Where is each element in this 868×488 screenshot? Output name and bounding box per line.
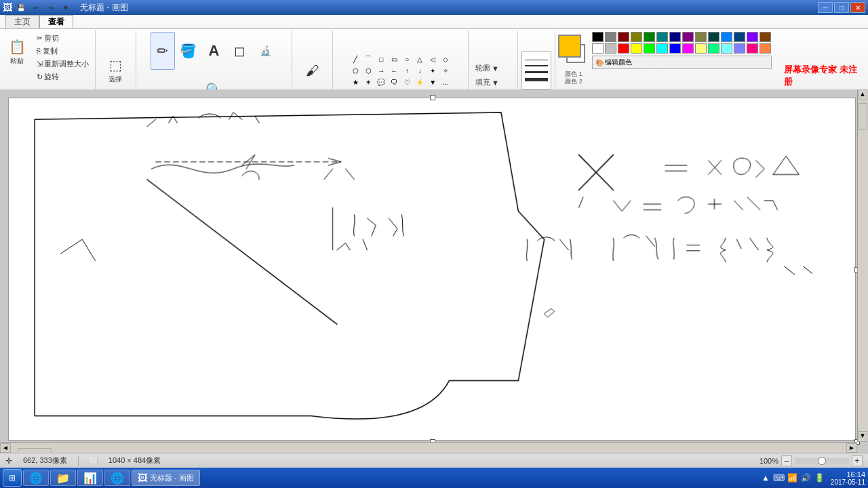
shape-uarrow[interactable]: ↑: [401, 65, 413, 76]
color-swatch-13[interactable]: [760, 32, 771, 42]
pencil-button[interactable]: ✏: [151, 32, 175, 70]
color-swatch-25[interactable]: [734, 43, 745, 54]
color-swatch-16[interactable]: [618, 43, 629, 54]
color-swatch-14[interactable]: [592, 43, 604, 54]
fill-button[interactable]: 🪣: [176, 32, 201, 70]
vscroll-down[interactable]: ▼: [858, 431, 867, 442]
brush-button[interactable]: 🖌: [298, 50, 328, 91]
minimize-button[interactable]: ─: [818, 2, 833, 13]
tab-view[interactable]: 查看: [39, 15, 73, 28]
color-swatch-11[interactable]: [734, 32, 745, 42]
outline-button[interactable]: 轮廓 ▼: [472, 62, 514, 75]
paste-button[interactable]: 📋 粘贴: [2, 32, 32, 73]
quick-redo[interactable]: ↪: [45, 1, 57, 14]
drawing-canvas[interactable]: [8, 98, 856, 441]
shape-rect[interactable]: □: [375, 54, 387, 64]
color-swatch-21[interactable]: [682, 43, 694, 54]
shape-lightning[interactable]: ⚡: [414, 77, 426, 87]
color-swatch-17[interactable]: [631, 43, 642, 54]
text-button[interactable]: A: [202, 32, 226, 70]
shape-rarrow[interactable]: →: [375, 65, 387, 76]
cut-button[interactable]: ✂ 剪切: [33, 32, 92, 44]
size-1px[interactable]: [525, 60, 548, 60]
shape-more[interactable]: ▼: [427, 77, 439, 87]
zoom-slider[interactable]: [795, 458, 849, 464]
rotate-button[interactable]: ↻ 旋转: [33, 70, 92, 83]
zoom-thumb[interactable]: [818, 457, 826, 465]
taskbar-folder[interactable]: 📁: [50, 470, 76, 486]
quick-dropdown[interactable]: ▼: [60, 1, 72, 14]
start-button[interactable]: ⊞: [3, 469, 22, 487]
color-swatch-22[interactable]: [695, 43, 707, 54]
zoom-out-button[interactable]: –: [781, 455, 792, 466]
color-swatch-0[interactable]: [592, 32, 604, 42]
taskbar-paint[interactable]: 🖼 无标题 - 画图: [132, 470, 200, 486]
fill-dropdown-button[interactable]: 填充 ▼: [472, 77, 514, 89]
color-swatch-24[interactable]: [721, 43, 732, 54]
color-swatch-7[interactable]: [682, 32, 694, 42]
shape-star4[interactable]: ✧: [439, 65, 452, 76]
color-swatch-8[interactable]: [695, 32, 707, 42]
shape-diamond[interactable]: ◇: [439, 54, 452, 64]
tray-datetime[interactable]: 16:14 2017-05-11: [831, 470, 865, 486]
shape-pentagon[interactable]: ⬠: [349, 65, 361, 76]
shape-ellipse[interactable]: ○: [401, 54, 413, 64]
tray-volume[interactable]: 🔊: [801, 472, 812, 483]
hscroll-thumb[interactable]: [18, 448, 52, 453]
size-2px[interactable]: [525, 65, 548, 66]
tray-battery[interactable]: 🔋: [814, 472, 825, 483]
tray-network[interactable]: 📶: [787, 472, 798, 483]
shape-curve[interactable]: ⌒: [362, 54, 374, 64]
color1-box[interactable]: [558, 35, 581, 58]
close-button[interactable]: ✕: [850, 2, 865, 13]
color-swatch-10[interactable]: [721, 32, 732, 42]
color-swatch-19[interactable]: [656, 43, 668, 54]
shape-star5[interactable]: ★: [349, 77, 361, 87]
tray-expand[interactable]: ▲: [760, 472, 771, 483]
eraser-button[interactable]: ◻: [228, 32, 252, 70]
vertical-scrollbar[interactable]: ▲ ▼: [857, 89, 868, 442]
resize-button[interactable]: ⇲ 重新调整大小: [33, 58, 92, 70]
color-swatch-20[interactable]: [669, 43, 681, 54]
hscroll-right[interactable]: ►: [846, 443, 857, 453]
taskbar-item-3[interactable]: 📊: [77, 470, 103, 486]
taskbar-ie[interactable]: 🌐: [23, 470, 49, 486]
shape-4arrow[interactable]: ✦: [427, 65, 439, 76]
shape-heart[interactable]: ♡: [401, 77, 413, 87]
size-3px[interactable]: [525, 71, 548, 73]
color-swatch-26[interactable]: [747, 43, 758, 54]
zoom-in-button[interactable]: +: [852, 455, 863, 466]
edit-color-button[interactable]: 🎨 编辑颜色: [592, 56, 772, 69]
color-swatch-23[interactable]: [708, 43, 719, 54]
quick-undo[interactable]: ↩: [30, 1, 42, 14]
shape-rtriangle[interactable]: ◁: [427, 54, 439, 64]
shape-hexagon[interactable]: ⬡: [362, 65, 374, 76]
color-swatch-2[interactable]: [618, 32, 629, 42]
shape-triangle[interactable]: △: [414, 54, 426, 64]
maximize-button[interactable]: □: [834, 2, 849, 13]
copy-button[interactable]: ⎘ 复制: [33, 45, 92, 57]
color-swatch-12[interactable]: [747, 32, 758, 42]
shape-roundrect[interactable]: ▭: [388, 54, 400, 64]
color-swatch-15[interactable]: [605, 43, 616, 54]
shape-callout1[interactable]: 💬: [375, 77, 387, 87]
shape-line[interactable]: ╱: [349, 54, 361, 64]
tab-home[interactable]: 主页: [5, 15, 39, 28]
shape-callout2[interactable]: 🗨: [388, 77, 400, 87]
resize-handle-top-center[interactable]: [430, 95, 435, 100]
color-swatch-27[interactable]: [760, 43, 771, 54]
shape-darrow[interactable]: ↓: [414, 65, 426, 76]
shape-star6[interactable]: ✶: [362, 77, 374, 87]
color-swatch-4[interactable]: [644, 32, 655, 42]
color-swatch-1[interactable]: [605, 32, 616, 42]
select-button[interactable]: ⬚ 选择: [100, 50, 130, 91]
quick-save[interactable]: 💾: [15, 1, 27, 14]
taskbar-item-4[interactable]: 🌐: [104, 470, 130, 486]
shape-larrow[interactable]: ←: [388, 65, 400, 76]
color-swatch-18[interactable]: [644, 43, 655, 54]
horizontal-scrollbar[interactable]: ◄ ►: [0, 442, 857, 453]
color-swatch-5[interactable]: [656, 32, 668, 42]
hscroll-left[interactable]: ◄: [0, 443, 11, 453]
size-selector[interactable]: [521, 52, 551, 89]
size-5px[interactable]: [525, 78, 548, 81]
